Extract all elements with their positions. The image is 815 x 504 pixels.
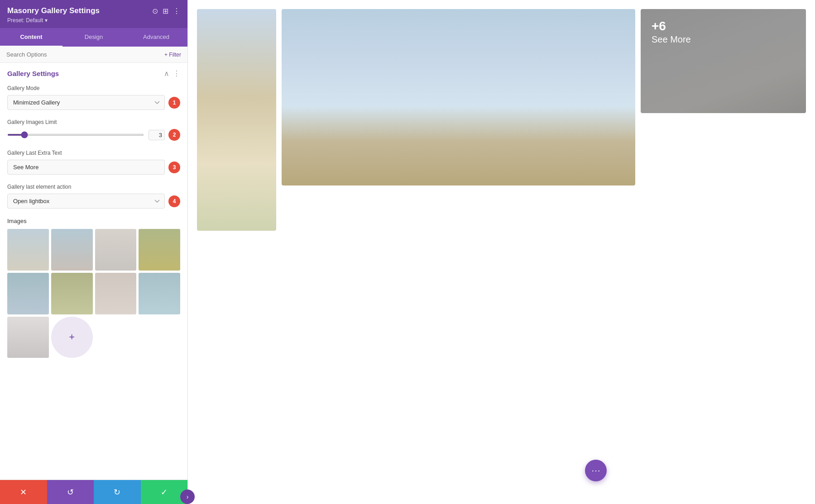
images-grid: +: [7, 229, 180, 358]
collapse-icon[interactable]: ∧: [164, 69, 169, 78]
redo-button[interactable]: ↻: [94, 480, 141, 504]
image-thumb-7[interactable]: [95, 273, 137, 314]
image-thumb-2[interactable]: [51, 229, 93, 271]
tab-content[interactable]: Content: [0, 28, 62, 47]
image-thumb-4[interactable]: [139, 229, 180, 271]
tab-bar: Content Design Advanced: [0, 28, 187, 47]
gallery-image-3: +6 See More: [641, 9, 806, 113]
gallery-last-element-action-select[interactable]: Open lightbox Open link None: [7, 194, 165, 209]
tab-advanced[interactable]: Advanced: [125, 28, 187, 47]
grid-icon[interactable]: ⊞: [163, 7, 168, 15]
gallery-images-limit-row: 3 2: [7, 129, 180, 141]
sidebar: Masonry Gallery Settings ⊙ ⊞ ⋮ Preset: D…: [0, 0, 188, 504]
badge-4: 4: [168, 195, 180, 207]
image-thumb-1[interactable]: [7, 229, 49, 271]
header-icons: ⊙ ⊞ ⋮: [152, 7, 180, 15]
more-icon[interactable]: ⋮: [173, 7, 180, 15]
undo-button[interactable]: ↺: [47, 480, 94, 504]
cancel-button[interactable]: ✕: [0, 480, 47, 504]
see-more-text: See More: [652, 34, 691, 45]
image-thumb-5[interactable]: [7, 273, 49, 314]
search-bar: + Filter: [0, 47, 187, 63]
images-field: Images: [7, 218, 180, 358]
sidebar-expand-button[interactable]: ›: [180, 490, 195, 504]
sidebar-header: Masonry Gallery Settings ⊙ ⊞ ⋮ Preset: D…: [0, 0, 187, 28]
preset-label: Preset: Default ▾: [7, 17, 180, 24]
gallery-mode-label: Gallery Mode: [7, 85, 180, 91]
gallery-mode-row: Minimized Gallery Full Gallery Grid Gall…: [7, 95, 180, 110]
floating-action-button[interactable]: ⋯: [585, 460, 607, 481]
gallery-images-limit-label: Gallery Images Limit: [7, 119, 180, 125]
gallery-mode-select[interactable]: Minimized Gallery Full Gallery Grid Gall…: [7, 95, 165, 110]
badge-2: 2: [168, 129, 180, 141]
gallery-last-element-action-row: Open lightbox Open link None 4: [7, 194, 180, 209]
images-label: Images: [7, 218, 180, 224]
search-input[interactable]: [6, 51, 161, 58]
target-icon[interactable]: ⊙: [152, 7, 158, 15]
gallery-mode-field: Gallery Mode Minimized Gallery Full Gall…: [7, 85, 180, 110]
app-title: Masonry Gallery Settings: [7, 6, 100, 15]
filter-button[interactable]: + Filter: [164, 52, 181, 58]
images-limit-slider[interactable]: [7, 134, 144, 136]
image-thumb-3[interactable]: [95, 229, 137, 271]
preview-area: +6 See More ⋯: [188, 0, 815, 504]
slider-group: 3: [7, 130, 165, 140]
badge-3: 3: [168, 162, 180, 173]
tab-design[interactable]: Design: [62, 28, 125, 47]
gallery-image-2: [282, 9, 635, 185]
section-title: Gallery Settings: [7, 70, 59, 77]
sidebar-content: Gallery Settings ∧ ⋮ Gallery Mode Minimi…: [0, 63, 187, 480]
bottom-bar: ✕ ↺ ↻ ✓: [0, 480, 187, 504]
add-image-cell: +: [51, 317, 93, 358]
gallery-last-extra-text-label: Gallery Last Extra Text: [7, 150, 180, 156]
see-more-count: +6: [652, 20, 666, 33]
gallery-images-limit-field: Gallery Images Limit 3 2: [7, 119, 180, 141]
save-button[interactable]: ✓: [141, 480, 188, 504]
section-header: Gallery Settings ∧ ⋮: [7, 69, 180, 78]
badge-1: 1: [168, 97, 180, 109]
gallery-last-element-action-label: Gallery last element action: [7, 184, 180, 190]
images-limit-value: 3: [149, 130, 165, 140]
image-thumb-6[interactable]: [51, 273, 93, 314]
gallery-last-extra-text-field: Gallery Last Extra Text 3: [7, 150, 180, 175]
gallery-image-1: [197, 9, 276, 231]
gallery-last-extra-text-row: 3: [7, 160, 180, 175]
gallery-last-element-action-field: Gallery last element action Open lightbo…: [7, 184, 180, 209]
gallery-container: +6 See More: [197, 9, 806, 231]
gallery-last-extra-text-input[interactable]: [7, 160, 165, 175]
section-more-icon[interactable]: ⋮: [173, 69, 180, 78]
section-controls: ∧ ⋮: [164, 69, 180, 78]
add-image-button[interactable]: +: [51, 317, 93, 358]
image-thumb-8[interactable]: [139, 273, 180, 314]
see-more-overlay[interactable]: +6 See More: [641, 9, 806, 113]
image-thumb-9[interactable]: [7, 317, 49, 358]
